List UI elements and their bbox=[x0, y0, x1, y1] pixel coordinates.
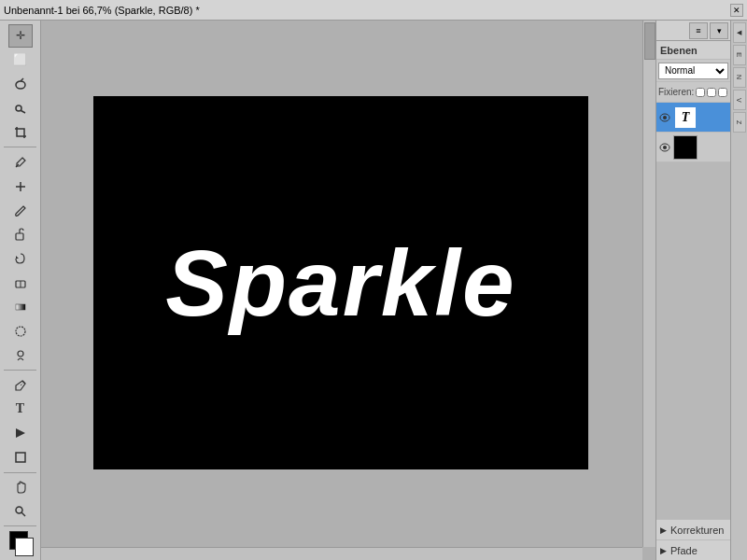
navigator-icon-strip[interactable]: N bbox=[733, 67, 746, 88]
svg-rect-9 bbox=[16, 304, 25, 310]
layer-item-text[interactable]: T bbox=[656, 103, 730, 133]
svg-marker-6 bbox=[16, 256, 19, 259]
blend-mode-select[interactable]: Normal bbox=[658, 63, 728, 79]
pen-tool[interactable] bbox=[8, 373, 33, 397]
paths-label: Pfade bbox=[670, 545, 698, 556]
blur-tool[interactable] bbox=[8, 319, 33, 343]
shape-tool[interactable] bbox=[8, 446, 33, 469]
svg-line-13 bbox=[21, 383, 23, 385]
corrections-panel[interactable]: ▶ Korrekturen bbox=[656, 519, 730, 539]
fix-position-checkbox[interactable] bbox=[696, 88, 705, 97]
quick-select-tool[interactable] bbox=[8, 97, 33, 120]
history-brush-tool[interactable] bbox=[8, 247, 33, 271]
zoom-tool[interactable] bbox=[8, 499, 33, 523]
layers-spacer bbox=[656, 162, 730, 519]
title-bar: Unbenannt-1 bei 66,7% (Sparkle, RGB/8) *… bbox=[0, 0, 747, 21]
panel-menu-btn[interactable]: ≡ bbox=[689, 22, 708, 39]
svg-line-16 bbox=[21, 512, 25, 516]
blend-mode-row: Normal bbox=[656, 60, 730, 82]
path-select-tool[interactable] bbox=[8, 422, 33, 445]
svg-point-18 bbox=[663, 116, 667, 119]
history-icon-strip[interactable]: V bbox=[733, 90, 746, 110]
fix-label: Fixieren: bbox=[658, 87, 694, 97]
corrections-arrow: ▶ bbox=[660, 525, 667, 535]
layer-thumbnail-bg bbox=[673, 135, 698, 160]
close-button[interactable]: ✕ bbox=[730, 4, 743, 17]
layers-label: Ebenen bbox=[656, 41, 730, 60]
paths-arrow: ▶ bbox=[660, 546, 667, 555]
svg-point-10 bbox=[16, 327, 25, 336]
clone-stamp-tool[interactable] bbox=[8, 223, 33, 246]
svg-rect-14 bbox=[16, 453, 25, 462]
svg-point-20 bbox=[663, 146, 667, 149]
svg-line-1 bbox=[21, 78, 23, 81]
vertical-scroll-thumb[interactable] bbox=[644, 22, 655, 60]
gradient-tool[interactable] bbox=[8, 296, 33, 319]
svg-line-3 bbox=[21, 111, 25, 114]
svg-point-15 bbox=[16, 507, 22, 513]
layer-item-bg[interactable] bbox=[656, 133, 730, 162]
layer-thumbnail-text: T bbox=[673, 105, 698, 130]
layers-icon-strip[interactable]: E bbox=[733, 45, 746, 65]
fix-row: Fixieren: bbox=[656, 82, 730, 103]
char-icon-strip[interactable]: Z bbox=[733, 112, 746, 133]
main-area: ✛ ⬜ bbox=[0, 21, 747, 560]
far-right-strip: ◀ E N V Z bbox=[730, 21, 747, 560]
canvas: Sparkle bbox=[93, 96, 588, 469]
move-tool[interactable]: ✛ bbox=[8, 24, 33, 48]
fix-transparency-checkbox[interactable] bbox=[718, 88, 727, 97]
hand-tool[interactable] bbox=[8, 476, 33, 499]
canvas-area: Sparkle bbox=[41, 21, 655, 560]
background-color[interactable] bbox=[15, 538, 34, 556]
eraser-tool[interactable] bbox=[8, 272, 33, 295]
crop-tool[interactable] bbox=[8, 121, 33, 145]
color-picker[interactable] bbox=[6, 531, 35, 556]
svg-point-2 bbox=[16, 105, 21, 111]
paths-panel[interactable]: ▶ Pfade bbox=[656, 539, 730, 560]
brush-tool[interactable] bbox=[8, 199, 33, 222]
corrections-label: Korrekturen bbox=[670, 525, 724, 536]
text-tool[interactable]: T bbox=[8, 398, 33, 421]
panel-options-btn[interactable]: ▾ bbox=[710, 22, 728, 39]
dodge-tool[interactable] bbox=[8, 343, 33, 367]
horizontal-scrollbar[interactable] bbox=[41, 547, 642, 560]
rectangle-select-tool[interactable]: ⬜ bbox=[8, 49, 33, 72]
svg-line-12 bbox=[22, 381, 25, 384]
svg-rect-5 bbox=[16, 233, 23, 240]
vertical-scrollbar[interactable] bbox=[642, 21, 655, 547]
eyedropper-tool[interactable] bbox=[8, 150, 33, 174]
left-toolbar: ✛ ⬜ bbox=[0, 21, 41, 560]
right-panel: ≡ ▾ Ebenen Normal Fixieren: T bbox=[655, 21, 730, 560]
svg-point-0 bbox=[16, 81, 25, 89]
canvas-text: Sparkle bbox=[165, 230, 515, 337]
document-title: Unbenannt-1 bei 66,7% (Sparkle, RGB/8) * bbox=[4, 5, 730, 16]
layer-visibility-text[interactable] bbox=[658, 111, 671, 124]
lasso-tool[interactable] bbox=[8, 73, 33, 96]
fix-pixels-checkbox[interactable] bbox=[707, 88, 716, 97]
collapse-btn[interactable]: ◀ bbox=[733, 22, 746, 43]
panel-header: ≡ ▾ bbox=[656, 21, 730, 41]
layer-visibility-bg[interactable] bbox=[658, 141, 671, 154]
svg-point-11 bbox=[18, 351, 23, 357]
healing-tool[interactable] bbox=[8, 175, 33, 198]
